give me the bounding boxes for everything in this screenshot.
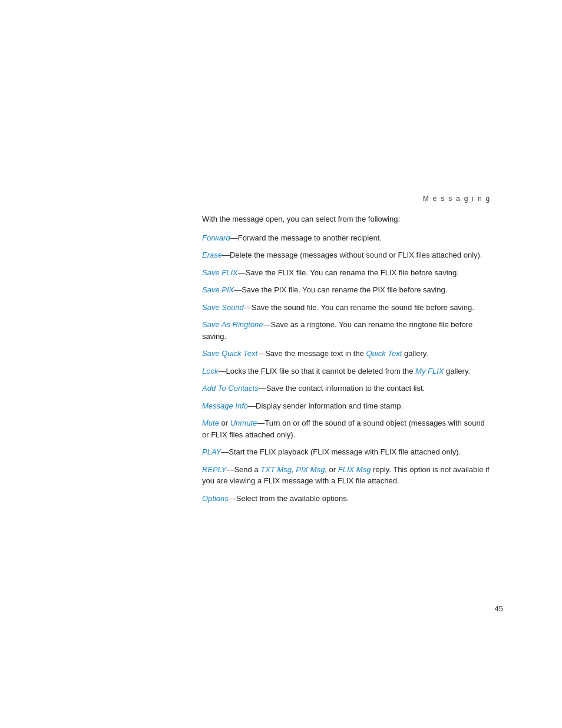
menu-item-reply: REPLY—Send a TXT Msg, PIX Msg, or FLIX M… xyxy=(202,464,491,487)
menu-item-play: PLAY—Start the FLIX playback (FLIX messa… xyxy=(202,446,491,458)
page-container: M e s s a g i n g With the message open,… xyxy=(0,0,562,728)
page-number: 45 xyxy=(495,604,503,613)
save-as-ringtone-link[interactable]: Save As Ringtone xyxy=(202,320,263,329)
menu-item-message-info: Message Info—Display sender information … xyxy=(202,400,491,412)
unmute-link[interactable]: Unmute xyxy=(230,419,257,427)
lock-desc: —Locks the FLIX file so that it cannot b… xyxy=(218,367,413,375)
forward-desc: —Forward the message to another recipien… xyxy=(230,233,382,242)
save-quick-text-link[interactable]: Save Quick Text xyxy=(202,349,257,358)
intro-label: With the message open, you can select fr… xyxy=(202,215,400,223)
message-info-link[interactable]: Message Info xyxy=(202,401,248,410)
menu-item-mute-unmute: Mute or Unmute—Turn on or off the sound … xyxy=(202,417,491,440)
save-quick-text-desc: —Save the message text in the xyxy=(257,349,364,358)
lock-link[interactable]: Lock xyxy=(202,367,218,375)
menu-item-options: Options—Select from the available option… xyxy=(202,493,491,505)
save-pix-desc: —Save the PIX file. You can rename the P… xyxy=(234,285,447,294)
reply-desc: —Send a xyxy=(226,465,258,474)
menu-item-save-as-ringtone: Save As Ringtone—Save as a ringtone. You… xyxy=(202,319,491,342)
content-area: M e s s a g i n g With the message open,… xyxy=(202,195,491,510)
forward-link[interactable]: Forward xyxy=(202,233,230,242)
save-flix-desc: —Save the FLIX file. You can rename the … xyxy=(238,268,459,277)
reply-comma2: , or xyxy=(325,465,338,474)
erase-desc: —Delete the message (messages without so… xyxy=(222,251,482,259)
add-to-contacts-desc: —Save the contact information to the con… xyxy=(259,384,425,393)
menu-item-forward: Forward—Forward the message to another r… xyxy=(202,232,491,244)
intro-text: With the message open, you can select fr… xyxy=(202,213,491,225)
menu-item-erase: Erase—Delete the message (messages witho… xyxy=(202,249,491,261)
menu-item-add-to-contacts: Add To Contacts—Save the contact informa… xyxy=(202,383,491,394)
save-flix-link[interactable]: Save FLIX xyxy=(202,268,238,277)
save-quick-text-suffix: gallery. xyxy=(402,349,428,358)
erase-link[interactable]: Erase xyxy=(202,251,222,259)
options-link[interactable]: Options xyxy=(202,494,229,503)
pix-msg-link[interactable]: PIX Msg xyxy=(296,465,325,474)
options-desc: —Select from the available options. xyxy=(229,494,349,503)
mute-or-label: or xyxy=(219,419,230,427)
menu-item-save-pix: Save PIX—Save the PIX file. You can rena… xyxy=(202,284,491,296)
menu-item-save-sound: Save Sound—Save the sound file. You can … xyxy=(202,302,491,314)
save-sound-link[interactable]: Save Sound xyxy=(202,303,244,312)
section-title: M e s s a g i n g xyxy=(423,195,491,203)
flix-msg-link[interactable]: FLIX Msg xyxy=(338,465,371,474)
play-desc: —Start the FLIX playback (FLIX message w… xyxy=(221,447,461,456)
txt-msg-link[interactable]: TXT Msg xyxy=(260,465,292,474)
save-sound-desc: —Save the sound file. You can rename the… xyxy=(244,303,474,312)
section-header: M e s s a g i n g xyxy=(202,195,491,203)
menu-item-save-quick-text: Save Quick Text—Save the message text in… xyxy=(202,348,491,360)
quick-text-gallery-link[interactable]: Quick Text xyxy=(366,349,402,358)
menu-item-lock: Lock—Locks the FLIX file so that it cann… xyxy=(202,365,491,377)
lock-suffix: gallery. xyxy=(444,367,470,375)
menu-item-save-flix: Save FLIX—Save the FLIX file. You can re… xyxy=(202,267,491,279)
play-link[interactable]: PLAY xyxy=(202,447,221,456)
message-info-desc: —Display sender information and time sta… xyxy=(248,401,403,410)
my-flix-link[interactable]: My FLIX xyxy=(415,367,444,375)
reply-link[interactable]: REPLY xyxy=(202,465,226,474)
add-to-contacts-link[interactable]: Add To Contacts xyxy=(202,384,259,393)
mute-link[interactable]: Mute xyxy=(202,419,219,427)
save-pix-link[interactable]: Save PIX xyxy=(202,285,234,294)
